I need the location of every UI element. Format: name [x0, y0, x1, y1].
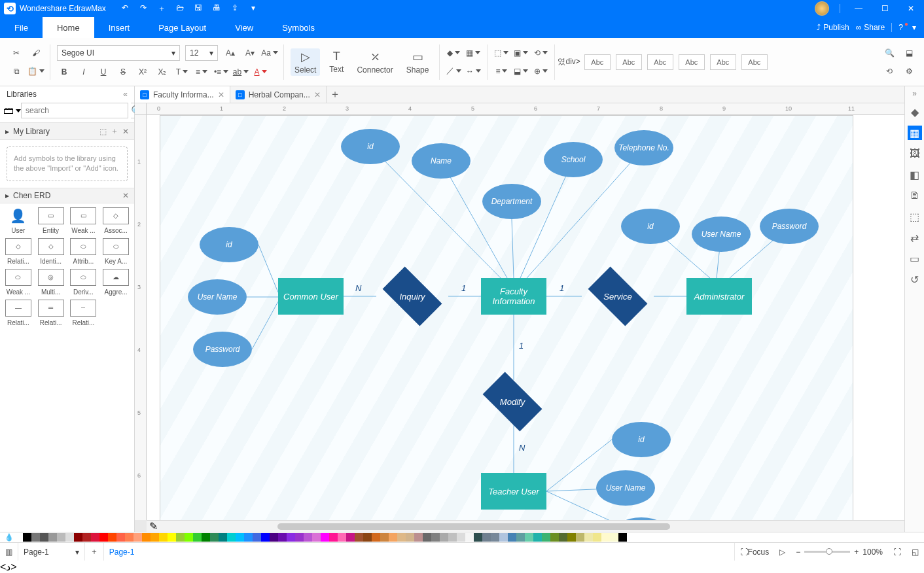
- import-icon[interactable]: ⬚: [99, 127, 107, 136]
- shape-relati...[interactable]: ┄Relati...: [68, 300, 99, 326]
- shape-style-5[interactable]: Abc: [741, 54, 768, 70]
- shape-style-0[interactable]: Abc: [584, 54, 611, 70]
- rail-btn-7[interactable]: ▭: [908, 251, 922, 266]
- shape-aggre...[interactable]: ☁Aggre...: [100, 269, 132, 296]
- attribute-0[interactable]: id: [200, 227, 258, 262]
- size-icon[interactable]: ⬓: [514, 64, 528, 78]
- rail-btn-0[interactable]: ◆: [908, 105, 922, 119]
- expand-right-icon[interactable]: »: [905, 89, 924, 98]
- text-tool[interactable]: TText: [325, 48, 347, 75]
- attribute-6[interactable]: School: [544, 142, 603, 177]
- color-swatch[interactable]: [601, 533, 610, 542]
- color-swatch[interactable]: [65, 533, 74, 542]
- qat-btn-7[interactable]: ▾: [246, 3, 260, 14]
- line-icon[interactable]: ／: [446, 64, 461, 78]
- shape-deriv...[interactable]: ⬭Deriv...: [68, 269, 99, 296]
- color-swatch[interactable]: [202, 533, 210, 542]
- relation-inquiry[interactable]: Inquiry: [376, 275, 448, 318]
- color-swatch[interactable]: [363, 533, 372, 542]
- strike-icon[interactable]: S: [116, 65, 130, 79]
- color-swatch[interactable]: [219, 533, 227, 542]
- menu-tab-insert[interactable]: Insert: [94, 17, 145, 38]
- subscript-icon[interactable]: X₂: [155, 65, 169, 79]
- collapse-panel-icon[interactable]: «: [123, 90, 128, 99]
- color-swatch[interactable]: [542, 533, 550, 542]
- underline-icon[interactable]: U: [96, 65, 111, 79]
- paste-icon[interactable]: 📋: [29, 64, 43, 78]
- menu-tab-file[interactable]: File: [0, 17, 43, 38]
- menu-tab-symbols[interactable]: Symbols: [268, 17, 329, 38]
- color-swatch[interactable]: [355, 533, 363, 542]
- color-swatch[interactable]: [168, 533, 176, 542]
- attribute-3[interactable]: id: [341, 129, 400, 164]
- shape-identi...[interactable]: ◇Identi...: [35, 238, 67, 265]
- color-swatch[interactable]: [14, 533, 23, 542]
- color-swatch[interactable]: [270, 533, 278, 542]
- shape-relati...[interactable]: ◇Relati...: [3, 238, 34, 265]
- color-swatch[interactable]: [151, 533, 159, 542]
- qat-btn-6[interactable]: ⇪: [228, 3, 242, 14]
- qat-btn-0[interactable]: ↶: [118, 3, 132, 14]
- shape-style-2[interactable]: Abc: [647, 54, 673, 70]
- fullscreen-button[interactable]: ◱: [906, 543, 924, 561]
- symbol-lib-icon[interactable]: ⬓: [902, 46, 916, 60]
- color-dropper-icon[interactable]: 💧: [4, 532, 14, 543]
- font-size-selector[interactable]: 12▾: [185, 45, 218, 61]
- rail-btn-8[interactable]: ↺: [908, 272, 922, 286]
- color-swatch[interactable]: [193, 533, 202, 542]
- zoom-slider[interactable]: [804, 551, 850, 553]
- h-scrollbar[interactable]: ✎: [147, 520, 904, 532]
- color-swatch[interactable]: [159, 533, 168, 542]
- color-swatch[interactable]: [74, 533, 82, 542]
- bold-icon[interactable]: B: [57, 65, 71, 79]
- focus-button[interactable]: ⛶ Focus: [734, 543, 775, 561]
- publish-button[interactable]: ⤴ Publish: [817, 23, 849, 32]
- qat-btn-3[interactable]: 🗁: [173, 3, 187, 14]
- color-swatch[interactable]: [23, 533, 31, 542]
- minimize-button[interactable]: —: [845, 0, 872, 17]
- color-swatch[interactable]: [57, 533, 65, 542]
- library-menu-icon[interactable]: 🗃: [5, 104, 18, 117]
- color-swatch[interactable]: [465, 533, 474, 542]
- color-swatch[interactable]: [414, 533, 423, 542]
- color-swatch[interactable]: [329, 533, 338, 542]
- attribute-10[interactable]: Password: [760, 209, 819, 244]
- qat-btn-2[interactable]: ＋: [154, 3, 169, 14]
- color-swatch[interactable]: [142, 533, 151, 542]
- bullets-icon[interactable]: •≡: [214, 65, 228, 79]
- highlight-icon[interactable]: ab: [234, 65, 248, 79]
- connector-tool[interactable]: ⤫Connector: [353, 48, 397, 76]
- library-search-input[interactable]: [21, 103, 128, 118]
- color-swatch[interactable]: [423, 533, 431, 542]
- color-swatch[interactable]: [91, 533, 99, 542]
- increase-font-icon[interactable]: A▴: [223, 46, 238, 60]
- align-obj-icon[interactable]: ⬚: [494, 46, 508, 60]
- color-swatch[interactable]: [261, 533, 270, 542]
- color-swatch[interactable]: [610, 533, 618, 542]
- rotate-icon[interactable]: ⟲: [533, 46, 548, 60]
- attribute-1[interactable]: User Name: [188, 279, 247, 315]
- add-icon[interactable]: ＋: [111, 126, 118, 137]
- color-swatch[interactable]: [125, 533, 133, 542]
- cut-icon[interactable]: ✂: [9, 46, 24, 60]
- shape-style-4[interactable]: Abc: [710, 54, 736, 70]
- color-swatch[interactable]: [533, 533, 542, 542]
- fill-icon[interactable]: ◆: [446, 46, 461, 60]
- color-swatch[interactable]: [482, 533, 491, 542]
- color-swatch[interactable]: [321, 533, 329, 542]
- shape-attrib...[interactable]: ⬭Attrib...: [68, 238, 99, 265]
- shape-multi...[interactable]: ◎Multi...: [35, 269, 67, 296]
- doc-tab[interactable]: □Herbal Compan...✕: [230, 86, 327, 103]
- share-button[interactable]: ∞ Share: [856, 23, 885, 32]
- close-tab-icon[interactable]: ✕: [314, 90, 321, 99]
- case-icon[interactable]: Aa: [262, 46, 277, 60]
- add-page-button[interactable]: ＋: [85, 543, 104, 561]
- menu-tab-page-layout[interactable]: Page Layout: [144, 17, 221, 38]
- font-selector[interactable]: Segoe UI▾: [57, 45, 180, 61]
- rail-btn-6[interactable]: ⇄: [908, 230, 922, 245]
- color-swatch[interactable]: [295, 533, 304, 542]
- format-painter-icon[interactable]: 🖌: [29, 46, 43, 60]
- color-swatch[interactable]: [491, 533, 499, 542]
- rail-btn-1[interactable]: ▦: [908, 126, 922, 140]
- color-swatch[interactable]: [618, 533, 627, 542]
